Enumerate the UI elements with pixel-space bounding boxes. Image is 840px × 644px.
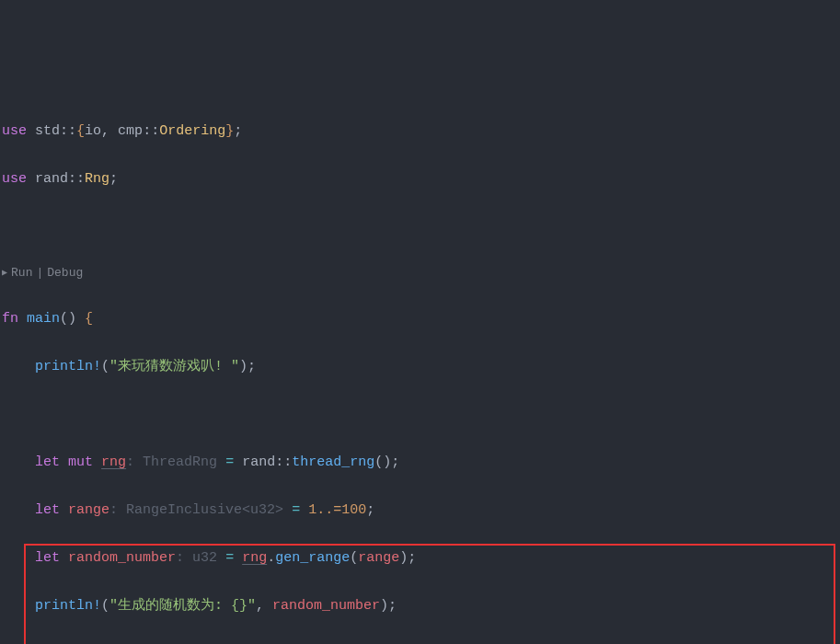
code-line bbox=[2, 403, 840, 427]
codelens-run[interactable]: Run bbox=[11, 263, 32, 283]
run-icon: ▶ bbox=[2, 263, 7, 283]
code-line: println!("来玩猜数游戏叭! "); bbox=[2, 355, 840, 379]
code-line bbox=[2, 215, 840, 239]
codelens-debug[interactable]: Debug bbox=[47, 263, 83, 283]
code-line: println!("生成的随机数为: {}", random_number); bbox=[2, 594, 840, 618]
codelens-row: ▶Run|Debug bbox=[2, 263, 840, 283]
code-line: use std::{io, cmp::Ordering}; bbox=[2, 120, 840, 144]
code-line: let mut rng: ThreadRng = rand::thread_rn… bbox=[2, 451, 840, 475]
code-line: let range: RangeInclusive<u32> = 1..=100… bbox=[2, 499, 840, 523]
code-line: fn main() { bbox=[2, 307, 840, 331]
code-editor[interactable]: use std::{io, cmp::Ordering}; use rand::… bbox=[0, 96, 840, 644]
code-line: use rand::Rng; bbox=[2, 167, 840, 191]
code-line: let random_number: u32 = rng.gen_range(r… bbox=[2, 546, 840, 570]
keyword-use: use bbox=[2, 123, 27, 139]
